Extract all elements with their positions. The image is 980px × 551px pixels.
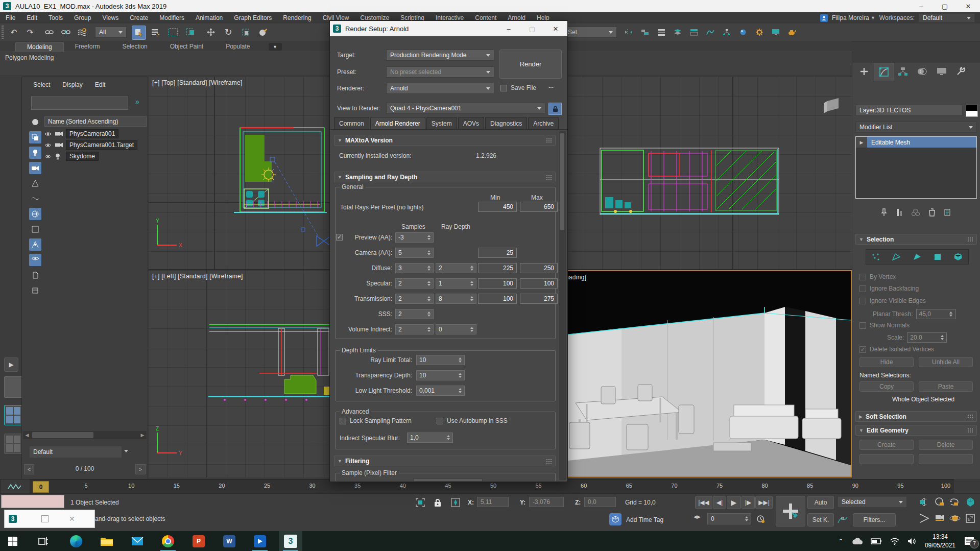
zoom-extents-icon[interactable] <box>949 496 961 508</box>
low-light-threshold-spinner[interactable]: 0,001 <box>416 386 465 396</box>
hierarchy-tab[interactable] <box>893 63 913 80</box>
total-rays-min-field[interactable]: 450 <box>478 202 517 212</box>
ribbon-tab-populate[interactable]: Populate <box>214 42 261 52</box>
current-frame-field[interactable]: 0 <box>707 513 751 524</box>
dialog-titlebar[interactable]: 3 Render Setup: Arnold – ▢ ✕ <box>330 21 567 36</box>
create-tab[interactable] <box>854 63 874 80</box>
select-and-link-icon[interactable] <box>43 26 56 39</box>
layer-field[interactable]: Layer:3D TECTOS <box>855 105 963 116</box>
scene-explorer-item-label[interactable]: Skydome <box>66 152 99 161</box>
viewport-layout-tab-3[interactable] <box>4 434 22 454</box>
preview-aa-checkbox[interactable]: ✓ <box>336 234 343 241</box>
normals-scale-spinner[interactable]: 20,0 <box>907 332 947 343</box>
transmission-max-field[interactable]: 275 <box>520 294 558 304</box>
ignore-visible-edges-checkbox[interactable] <box>859 298 866 304</box>
filter-cameras-icon[interactable] <box>29 177 41 189</box>
orbit-icon[interactable] <box>949 512 961 524</box>
dialog-vscrollbar[interactable] <box>559 131 566 481</box>
dialog-tab-diagnostics[interactable]: Diagnostics <box>485 117 527 129</box>
by-vertex-checkbox[interactable] <box>859 274 866 280</box>
dialog-tab-arnold-renderer[interactable]: Arnold Renderer <box>370 117 425 129</box>
maxscript-mini-listener[interactable] <box>1 495 64 508</box>
filter-helpers-icon[interactable] <box>29 193 41 205</box>
transmission-samples-spinner[interactable]: 2 <box>395 294 434 304</box>
redo-icon[interactable]: ↷ <box>23 26 37 39</box>
lock-sampling-pattern-checkbox[interactable] <box>340 418 346 424</box>
view-lock-toggle[interactable] <box>548 103 562 115</box>
toggle-ribbon-icon[interactable] <box>687 26 701 39</box>
time-configuration-icon[interactable] <box>755 513 767 525</box>
utilities-tab[interactable] <box>951 63 971 80</box>
explorer-preset-arrow[interactable] <box>124 450 128 452</box>
viewport-layout-tab-2[interactable] <box>4 405 22 425</box>
delete-button[interactable]: Delete <box>919 440 973 450</box>
specular-ray-depth-spinner[interactable]: 1 <box>436 278 476 289</box>
indirect-specular-blur-spinner[interactable]: 1,0 <box>407 433 453 443</box>
object-color-swatch[interactable] <box>966 105 978 117</box>
next-frame-button[interactable]: |▶ <box>742 496 755 509</box>
truck-pan-icon[interactable] <box>934 512 946 524</box>
configure-modifier-sets-icon[interactable] <box>944 208 952 217</box>
copy-button[interactable]: Copy <box>859 381 914 392</box>
visibility-eye-icon[interactable] <box>44 142 53 148</box>
visibility-eye-icon[interactable] <box>44 154 53 159</box>
maximize-viewport-toggle-icon[interactable] <box>964 512 976 524</box>
frame-spinner-arrows[interactable]: ◀▶ <box>694 514 701 519</box>
toggle-scene-explorer-icon[interactable] <box>655 26 668 39</box>
fov-icon[interactable] <box>918 512 930 524</box>
maximize-button[interactable]: ▢ <box>933 0 957 12</box>
go-to-start-button[interactable]: |◀◀ <box>695 496 712 509</box>
tray-chevron-icon[interactable]: ⌃ <box>839 538 843 544</box>
modifier-stack[interactable]: ▶ Editable Mesh <box>855 136 977 199</box>
hide-button[interactable]: Hide <box>859 357 914 367</box>
filter-materials-icon[interactable] <box>29 254 41 266</box>
selection-rollout-header[interactable]: ▼Selection <box>855 234 977 245</box>
vertex-subobject-icon[interactable] <box>872 253 880 261</box>
specular-max-field[interactable]: 100 <box>520 278 558 289</box>
ribbon-tab-object-paint[interactable]: Object Paint <box>159 42 214 52</box>
renderer-dropdown[interactable]: Arnold <box>386 83 494 94</box>
edit-geometry-extra-button-1[interactable] <box>859 454 914 464</box>
go-to-end-button[interactable]: ▶▶| <box>755 496 773 509</box>
window-crossing-toggle-icon[interactable] <box>184 26 197 39</box>
preset-dropdown[interactable]: No preset selected <box>386 66 494 78</box>
mirror-icon[interactable] <box>622 26 635 39</box>
filtering-rollout-header[interactable]: ▼Filtering <box>334 456 556 466</box>
rendered-frame-window-icon[interactable] <box>769 26 782 39</box>
task-view-button[interactable] <box>32 531 55 551</box>
make-unique-icon[interactable] <box>911 208 920 217</box>
save-file-browse-button[interactable]: ... <box>548 82 554 89</box>
face-subobject-icon[interactable] <box>913 253 922 261</box>
dialog-tab-aovs[interactable]: AOVs <box>458 117 484 129</box>
close-button[interactable]: ✕ <box>957 0 980 12</box>
scene-explorer-hscrollbar[interactable]: ◀ ▶ <box>23 431 147 439</box>
menu-modifiers[interactable]: Modifiers <box>154 14 190 21</box>
filter-lights-icon[interactable] <box>29 162 41 174</box>
diffuse-min-field[interactable]: 225 <box>478 263 517 273</box>
y-coord-field[interactable]: -3,076 <box>529 497 564 507</box>
specular-samples-spinner[interactable]: 2 <box>395 278 434 289</box>
total-rays-max-field[interactable]: 650 <box>520 202 558 212</box>
diffuse-max-field[interactable]: 250 <box>520 263 558 273</box>
explorer-menu-edit[interactable]: Edit <box>89 81 112 88</box>
viewport-top-label[interactable]: [+] [Top] [Standard] [Wireframe] <box>152 79 243 86</box>
taskbar-3dsmax-icon[interactable]: 3 <box>279 531 302 551</box>
rectangular-selection-region-icon[interactable] <box>166 26 180 39</box>
explorer-preset-dropdown[interactable]: Default <box>29 446 122 458</box>
stack-item-editable-mesh[interactable]: Editable Mesh <box>867 137 976 148</box>
explorer-pager-prev[interactable]: < <box>24 464 34 474</box>
show-end-result-icon[interactable] <box>896 208 903 217</box>
taskbar-edge-icon[interactable] <box>64 531 88 551</box>
unlink-selection-icon[interactable] <box>59 26 73 39</box>
volume-indirect-ray-depth-spinner[interactable]: 0 <box>436 324 476 334</box>
selection-filter-dropdown[interactable]: All <box>95 27 127 38</box>
select-and-scale-icon[interactable] <box>239 26 252 39</box>
polygon-subobject-icon[interactable] <box>934 253 942 261</box>
motion-tab[interactable] <box>913 63 932 80</box>
scene-explorer-row-skydome[interactable]: Skydome <box>44 151 147 162</box>
start-button[interactable] <box>1 531 25 551</box>
onedrive-icon[interactable] <box>851 538 863 545</box>
taskbar-file-explorer-icon[interactable] <box>95 531 118 551</box>
render-production-icon[interactable] <box>785 26 799 39</box>
close-window-icon[interactable]: ✕ <box>69 515 75 523</box>
